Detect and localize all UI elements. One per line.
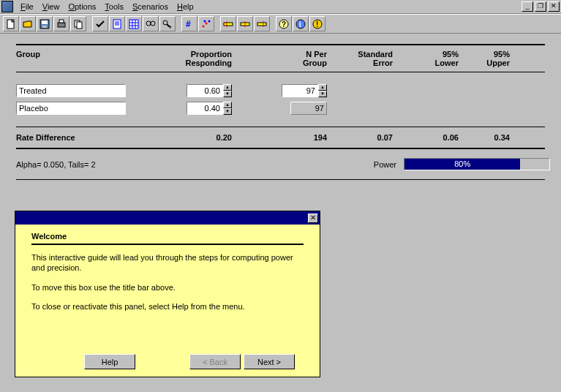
help-icon[interactable]: ?: [276, 16, 292, 31]
info-icon[interactable]: i: [293, 16, 309, 31]
save-icon[interactable]: [37, 16, 53, 31]
col-group: Group: [16, 50, 144, 67]
range2-icon[interactable]: [237, 16, 253, 31]
power-bar: 80%: [404, 158, 550, 170]
menu-help[interactable]: Help: [173, 1, 198, 12]
svg-text:!: !: [316, 20, 318, 29]
table-row: ▲▼ ▲▼: [16, 84, 545, 97]
next-button[interactable]: Next >: [244, 354, 295, 369]
svg-point-25: [208, 20, 211, 22]
n-spinner[interactable]: ▲▼: [318, 84, 327, 97]
proportion-spinner[interactable]: ▲▼: [223, 84, 232, 97]
col-nper: N PerGroup: [232, 50, 327, 67]
spin-up-icon[interactable]: ▲: [223, 84, 232, 91]
svg-point-23: [203, 25, 205, 27]
summary-row: Rate Difference 0.20 194 0.07 0.06 0.34: [16, 127, 545, 149]
alert-icon[interactable]: !: [309, 16, 325, 31]
svg-point-17: [146, 21, 151, 26]
svg-rect-7: [77, 22, 82, 29]
col-lower: 95%Lower: [393, 50, 459, 67]
svg-rect-12: [129, 20, 138, 29]
hash-icon[interactable]: #: [181, 16, 197, 31]
n-input[interactable]: [282, 84, 318, 97]
menu-bar: File View Options Tools Scenarios Help _…: [0, 0, 561, 14]
welcome-text: This interactive guide will lead you thr…: [31, 252, 304, 274]
toolbar: # ? i !: [0, 14, 561, 34]
app-icon[interactable]: [1, 1, 13, 12]
menu-tools[interactable]: Tools: [100, 1, 128, 12]
svg-rect-8: [113, 20, 121, 29]
grid-icon[interactable]: [126, 16, 142, 31]
close-icon[interactable]: ✕: [308, 214, 318, 223]
menu-scenarios[interactable]: Scenarios: [128, 1, 173, 12]
svg-point-26: [204, 20, 206, 22]
welcome-text: To move this box use the title bar above…: [31, 282, 304, 293]
range1-icon[interactable]: [220, 16, 236, 31]
summary-prop: 0.20: [144, 133, 232, 142]
spin-up-icon[interactable]: ▲: [318, 84, 327, 91]
col-proportion: ProportionResponding: [144, 50, 232, 67]
check-icon[interactable]: [92, 16, 108, 31]
print-icon[interactable]: [53, 16, 69, 31]
welcome-titlebar[interactable]: ✕: [15, 211, 320, 225]
open-icon[interactable]: [20, 16, 36, 31]
welcome-heading: Welcome: [31, 232, 304, 245]
window-buttons: _ ❐ ✕: [520, 1, 560, 12]
summary-label: Rate Difference: [16, 133, 144, 142]
svg-point-24: [206, 22, 208, 24]
proportion-input[interactable]: [187, 102, 223, 115]
group-name-input[interactable]: [16, 84, 126, 97]
svg-line-21: [167, 24, 170, 27]
col-upper: 95%Upper: [459, 50, 510, 67]
find-icon[interactable]: [143, 16, 159, 31]
data-table: Group ProportionResponding N PerGroup St…: [16, 44, 545, 180]
summary-lower: 0.06: [393, 133, 459, 142]
proportion-input[interactable]: [187, 84, 223, 97]
svg-text:i: i: [299, 20, 301, 29]
close-button[interactable]: ✕: [548, 1, 560, 12]
svg-text:#: #: [186, 19, 191, 29]
col-stderr: StandardError: [327, 50, 393, 67]
power-value: 80%: [404, 159, 520, 170]
alpha-label: Alpha= 0.050, Tails= 2: [16, 160, 199, 169]
goto-icon[interactable]: [159, 16, 176, 31]
page-icon[interactable]: [109, 16, 125, 31]
menu-file[interactable]: File: [16, 1, 38, 12]
help-button[interactable]: Help: [84, 354, 135, 369]
scatter-icon[interactable]: [198, 16, 214, 31]
svg-point-18: [151, 21, 155, 26]
footer-row: Alpha= 0.050, Tails= 2 Power 80%: [16, 149, 545, 180]
summary-upper: 0.34: [459, 133, 510, 142]
group-name-input[interactable]: [16, 102, 126, 115]
menu-view[interactable]: View: [38, 1, 64, 12]
spin-down-icon[interactable]: ▼: [318, 91, 327, 97]
spin-up-icon[interactable]: ▲: [223, 102, 232, 108]
restore-button[interactable]: ❐: [535, 1, 546, 12]
svg-text:?: ?: [282, 20, 286, 29]
svg-rect-3: [42, 26, 47, 28]
power-label: Power: [360, 160, 404, 169]
welcome-buttons: Help < Back Next >: [15, 354, 320, 369]
table-header-row: Group ProportionResponding N PerGroup St…: [16, 44, 545, 72]
welcome-text: To close or reactivate this panel, selec…: [31, 301, 304, 312]
svg-rect-27: [224, 23, 233, 26]
svg-rect-31: [257, 23, 266, 26]
proportion-spinner[interactable]: ▲▼: [223, 102, 232, 115]
svg-rect-2: [42, 20, 48, 24]
range3-icon[interactable]: [254, 16, 270, 31]
svg-rect-4: [58, 23, 65, 27]
table-row: ▲▼: [16, 102, 545, 115]
summary-stderr: 0.07: [327, 133, 393, 142]
back-button[interactable]: < Back: [189, 354, 241, 369]
menu-options[interactable]: Options: [64, 1, 100, 12]
welcome-panel: ✕ Welcome This interactive guide will le…: [15, 211, 320, 377]
summary-n: 194: [232, 133, 327, 142]
copy-icon[interactable]: [70, 16, 86, 31]
svg-rect-5: [59, 20, 64, 23]
spin-down-icon[interactable]: ▼: [223, 91, 232, 97]
n-readonly: [290, 102, 327, 115]
new-icon[interactable]: [3, 16, 19, 31]
spin-down-icon[interactable]: ▼: [223, 108, 232, 115]
minimize-button[interactable]: _: [522, 1, 533, 12]
